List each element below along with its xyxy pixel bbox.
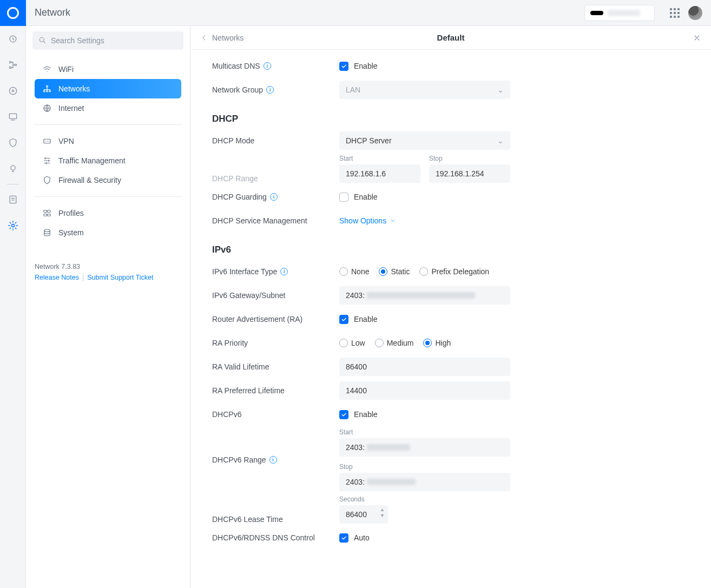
stepper-up-icon[interactable]: ▲	[380, 507, 385, 512]
rail-icon-insights[interactable]	[0, 156, 26, 182]
info-icon[interactable]: i	[269, 456, 277, 464]
dhcprange-stop-input[interactable]: 192.168.1.254	[429, 164, 510, 183]
apps-grid-icon[interactable]	[670, 8, 680, 18]
ipv6type-radio-static[interactable]: Static	[379, 267, 410, 276]
sidebar-item-traffic[interactable]: Traffic Management	[35, 151, 181, 170]
detail-title: Default	[437, 33, 465, 42]
dhcprange-start-input[interactable]: 192.168.1.6	[339, 164, 420, 183]
sidebar-label: VPN	[58, 137, 74, 146]
rapriority-radio-high[interactable]: High	[423, 339, 451, 347]
rapriority-radio-low[interactable]: Low	[339, 339, 365, 347]
rapriority-label: RA Priority	[212, 339, 339, 347]
info-icon[interactable]: i	[280, 268, 288, 275]
dhcpv6lease-stepper[interactable]: 86400 ▲▼	[339, 505, 388, 524]
ipv6gw-input[interactable]: 2403:	[339, 286, 510, 305]
svg-rect-20	[48, 214, 50, 216]
ra-checkbox[interactable]: Enable	[339, 315, 689, 324]
rapriority-radio-medium[interactable]: Medium	[375, 339, 414, 347]
ra-label: Router Advertisement (RA)	[212, 315, 339, 323]
sidebar-item-internet[interactable]: Internet	[35, 98, 181, 118]
sidebar-item-firewall[interactable]: Firewall & Security	[35, 170, 181, 190]
ipv6type-label: IPv6 Interface Typei	[212, 267, 339, 276]
sidebar-item-wifi[interactable]: WiFi	[35, 60, 181, 79]
chevron-left-icon	[200, 34, 208, 42]
dhcpv6range-start-input[interactable]: 2403:	[339, 438, 510, 457]
close-button[interactable]	[693, 34, 701, 42]
show-options-link[interactable]: Show Options	[339, 216, 689, 225]
ipv6gw-label: IPv6 Gateway/Subnet	[212, 291, 339, 300]
dhcprange-label: DHCP Range	[212, 174, 339, 183]
ipv6type-radio-none[interactable]: None	[339, 267, 369, 276]
ipv6-heading: IPv6	[212, 245, 689, 255]
dhcpv6dns-checkbox[interactable]: Auto	[339, 533, 689, 543]
dhcpmode-select[interactable]: DHCP Server⌄	[339, 131, 510, 150]
mdns-checkbox[interactable]: Enable	[339, 62, 689, 71]
sidebar-label: Networks	[58, 84, 90, 93]
sidebar-footer: Network 7.3.83 Release Notes|Submit Supp…	[26, 257, 190, 287]
back-button[interactable]: Networks	[200, 34, 243, 42]
sidebar-item-profiles[interactable]: Profiles	[35, 203, 181, 223]
dhcpguard-checkbox[interactable]: Enable	[339, 193, 689, 202]
form: Multicast DNSi Enable Network Groupi LAN…	[190, 50, 711, 588]
dhcpsvc-label: DHCP Service Management	[212, 216, 339, 225]
sidebar-item-system[interactable]: System	[35, 223, 181, 242]
site-switcher[interactable]	[584, 5, 655, 21]
svg-point-9	[11, 224, 14, 227]
sidebar-item-networks[interactable]: Networks	[35, 79, 181, 98]
rapref-input[interactable]: 14400	[339, 381, 510, 400]
shield-icon	[42, 175, 52, 185]
netgroup-select[interactable]: LAN⌄	[339, 81, 510, 99]
svg-point-7	[10, 166, 15, 170]
dhcpmode-label: DHCP Mode	[212, 136, 339, 145]
sidebar-label: System	[58, 228, 84, 237]
sidebar-label: Traffic Management	[58, 156, 126, 165]
back-label: Networks	[212, 34, 243, 42]
release-notes-link[interactable]: Release Notes	[35, 274, 79, 281]
rapref-label: RA Preferred Lifetime	[212, 386, 339, 395]
sidebar-label: Firewall & Security	[58, 176, 121, 184]
detail-header: Networks Default	[190, 26, 711, 50]
user-avatar[interactable]	[688, 6, 702, 20]
sidebar-item-vpn[interactable]: VPN	[35, 131, 181, 151]
svg-rect-19	[44, 214, 47, 216]
globe-icon	[42, 103, 52, 113]
rail-icon-topology[interactable]	[0, 52, 26, 78]
detail-pane: Networks Default Multicast DNSi Enable N…	[190, 26, 711, 588]
rail-icon-security[interactable]	[0, 130, 26, 156]
search-input[interactable]	[32, 31, 183, 50]
dhcpv6-checkbox[interactable]: Enable	[339, 410, 689, 419]
support-ticket-link[interactable]: Submit Support Ticket	[87, 274, 153, 281]
netgroup-label: Network Groupi	[212, 85, 339, 94]
rail-icon-settings[interactable]	[0, 213, 26, 239]
rail-icon-devices[interactable]	[0, 104, 26, 130]
ravalid-input[interactable]: 86400	[339, 358, 510, 376]
rail-icon-logs[interactable]	[0, 187, 26, 213]
mdns-label: Multicast DNSi	[212, 62, 339, 70]
info-icon[interactable]: i	[270, 193, 278, 201]
version-text: Network 7.3.83	[35, 263, 181, 270]
info-icon[interactable]: i	[266, 86, 274, 94]
start-label: Start	[339, 428, 689, 436]
rail-icon-radar[interactable]	[0, 78, 26, 104]
svg-rect-6	[9, 114, 16, 118]
svg-rect-18	[48, 210, 50, 213]
vpn-icon	[42, 136, 52, 146]
search-icon	[38, 36, 47, 44]
svg-point-21	[44, 229, 50, 232]
chevron-down-icon	[390, 217, 396, 224]
rail-icon-dashboard[interactable]	[0, 26, 26, 52]
dhcpv6lease-label: DHCPv6 Lease Time	[212, 515, 339, 524]
svg-point-10	[40, 37, 44, 42]
dhcpv6range-stop-input[interactable]: 2403:	[339, 473, 510, 491]
stop-label: Stop	[429, 155, 510, 162]
brand-logo[interactable]	[0, 0, 26, 26]
app-title: Network	[35, 7, 70, 18]
dhcpv6dns-label: DHCPv6/RDNSS DNS Control	[212, 533, 339, 542]
settings-sidebar: WiFi Networks Internet VPN Traffic Manag…	[26, 26, 190, 588]
sidebar-label: Internet	[58, 104, 84, 113]
stepper-down-icon[interactable]: ▼	[380, 513, 385, 518]
start-label: Start	[339, 155, 420, 162]
ipv6type-radio-pd[interactable]: Prefix Delegation	[419, 267, 489, 276]
info-icon[interactable]: i	[264, 62, 271, 70]
dhcp-heading: DHCP	[212, 114, 689, 124]
